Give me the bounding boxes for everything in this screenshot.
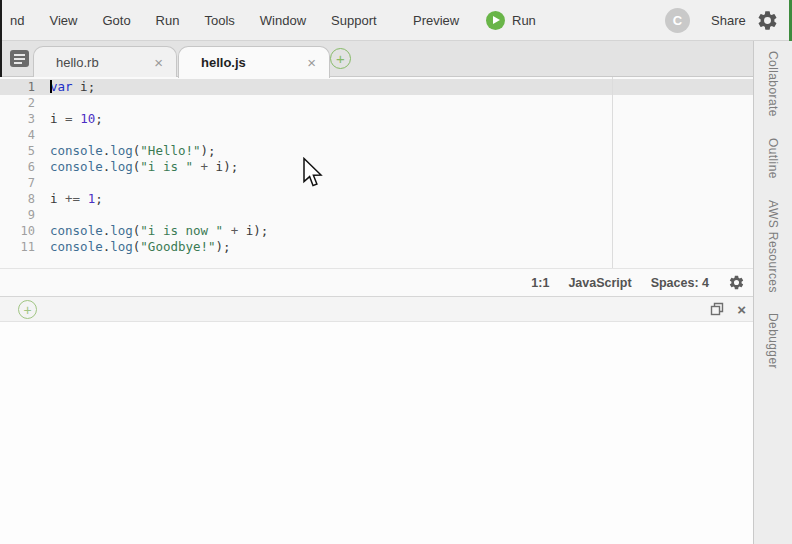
menu-item-support[interactable]: Support (323, 7, 385, 34)
code-line[interactable]: 10console.log("i is now " + i); (0, 223, 753, 239)
code-line[interactable]: 4 (0, 127, 753, 143)
tab-list-icon[interactable] (9, 49, 30, 68)
line-number: 8 (0, 191, 42, 207)
sidebar-tab-aws-resources[interactable]: AWS Resources (766, 200, 780, 293)
console-panel-content[interactable] (0, 322, 753, 544)
tab-close-icon[interactable]: × (154, 55, 163, 70)
run-button-label: Run (512, 13, 536, 28)
cursor-position[interactable]: 1:1 (531, 276, 549, 290)
new-tab-plus-icon[interactable]: + (330, 48, 351, 69)
menu-items: nd View Goto Run Tools Window Support (2, 0, 394, 40)
code-line[interactable]: 11console.log("Goodbye!"); (0, 239, 753, 255)
code-line[interactable]: 8i += 1; (0, 191, 753, 207)
code-editor[interactable]: 1var i;23i = 10;45console.log("Hello!");… (0, 77, 753, 268)
print-margin-line (612, 77, 613, 268)
line-number: 9 (0, 207, 42, 223)
menu-bar: nd View Goto Run Tools Window Support Pr… (0, 0, 792, 41)
code-line[interactable]: 6console.log("i is " + i); (0, 159, 753, 175)
code-line[interactable]: 3i = 10; (0, 111, 753, 127)
code-text: i += 1; (42, 191, 103, 207)
editor-settings-gear-icon[interactable] (728, 274, 745, 291)
line-number: 7 (0, 175, 42, 191)
code-text: console.log("Hello!"); (42, 143, 216, 159)
code-text: console.log("i is now " + i); (42, 223, 268, 239)
menu-item-window[interactable]: Window (252, 7, 314, 34)
line-number: 11 (0, 239, 42, 255)
code-line[interactable]: 2 (0, 95, 753, 111)
code-text: console.log("Goodbye!"); (42, 239, 231, 255)
tab-hello-rb[interactable]: hello.rb × (33, 46, 177, 77)
menu-item-run[interactable]: Run (148, 7, 188, 34)
share-button[interactable]: Share (704, 0, 753, 40)
panel-controls: × (710, 297, 746, 321)
menu-item-goto[interactable]: Goto (94, 7, 138, 34)
console-panel-bar: + × (0, 296, 753, 322)
settings-gear-icon[interactable] (756, 9, 779, 32)
code-line[interactable]: 9 (0, 207, 753, 223)
new-console-tab-plus-icon[interactable]: + (18, 300, 37, 319)
indentation-setting[interactable]: Spaces: 4 (651, 276, 709, 290)
code-text (42, 95, 50, 111)
window-edge-dark (0, 0, 2, 77)
line-number: 6 (0, 159, 42, 175)
mouse-cursor (302, 157, 325, 188)
sidebar-tab-collaborate[interactable]: Collaborate (766, 51, 780, 117)
editor-status-bar: 1:1 JavaScript Spaces: 4 (0, 268, 753, 296)
panel-close-icon[interactable]: × (737, 302, 746, 317)
code-line[interactable]: 7 (0, 175, 753, 191)
tab-close-icon[interactable]: × (307, 55, 316, 70)
right-sidebar: Collaborate Outline AWS Resources Debugg… (753, 41, 792, 544)
code-text: console.log("i is " + i); (42, 159, 238, 175)
sidebar-tab-outline[interactable]: Outline (766, 138, 780, 179)
tab-label: hello.js (201, 55, 246, 70)
line-number: 3 (0, 111, 42, 127)
line-number: 5 (0, 143, 42, 159)
avatar[interactable]: C (665, 8, 690, 33)
file-tab-bar: hello.rb × hello.js × + (0, 41, 753, 77)
language-mode[interactable]: JavaScript (568, 276, 631, 290)
text-caret (50, 80, 52, 93)
tab-hello-js[interactable]: hello.js × (178, 46, 330, 78)
code-text: i = 10; (42, 111, 103, 127)
line-number: 10 (0, 223, 42, 239)
play-icon (486, 11, 505, 30)
line-number: 2 (0, 95, 42, 111)
run-button[interactable]: Run (486, 0, 536, 40)
menu-item-tools[interactable]: Tools (196, 7, 242, 34)
code-line[interactable]: 5console.log("Hello!"); (0, 143, 753, 159)
menu-item-view[interactable]: View (41, 7, 85, 34)
line-number: 1 (0, 79, 42, 95)
sidebar-tab-debugger[interactable]: Debugger (766, 313, 780, 369)
code-text (42, 175, 50, 191)
code-text (42, 127, 50, 143)
tab-label: hello.rb (56, 55, 99, 70)
menu-item-find-truncated[interactable]: nd (2, 7, 32, 34)
code-line[interactable]: 1var i; (0, 79, 753, 95)
maximize-restore-icon[interactable] (710, 302, 724, 316)
editor-lines: 1var i;23i = 10;45console.log("Hello!");… (0, 79, 753, 255)
code-text (42, 207, 50, 223)
preview-button[interactable]: Preview (406, 0, 466, 40)
line-number: 4 (0, 127, 42, 143)
